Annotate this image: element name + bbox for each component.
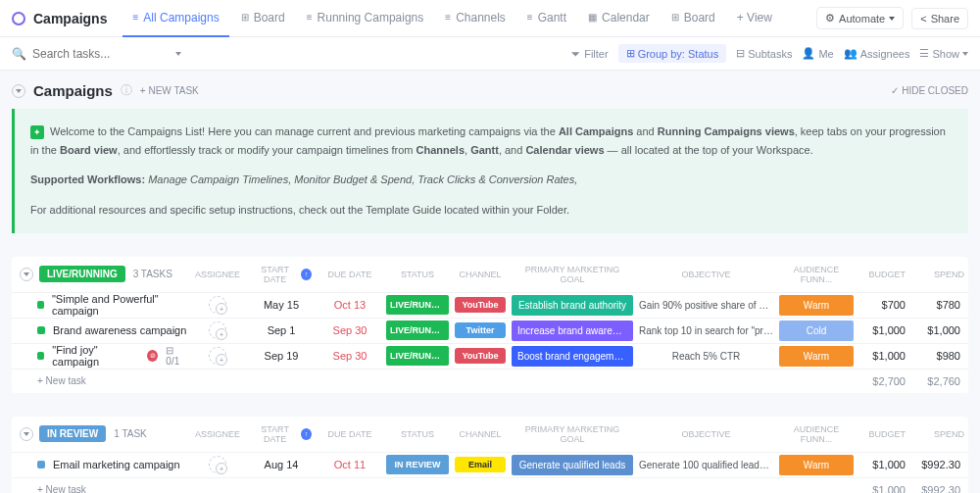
chevron-down-icon[interactable]	[175, 52, 181, 56]
col-assignee[interactable]: ASSIGNEE	[188, 429, 247, 439]
tab-running-campaigns[interactable]: ≡Running Campaigns	[297, 0, 434, 37]
start-date[interactable]: Aug 14	[247, 459, 316, 470]
status-badge[interactable]: IN REVIEW	[386, 455, 449, 474]
start-date[interactable]: May 15	[247, 299, 316, 311]
status-dot[interactable]	[37, 461, 45, 468]
tab-board[interactable]: ⊞Board	[231, 0, 295, 37]
tab-calendar[interactable]: ▦Calendar	[578, 0, 660, 37]
subtasks-button[interactable]: ⊟ Subtasks	[736, 47, 792, 60]
tab-channels[interactable]: ≡Channels	[435, 0, 515, 37]
due-date[interactable]: Sep 30	[316, 350, 384, 362]
tab-gantt[interactable]: ≡Gantt	[517, 0, 576, 37]
start-date[interactable]: Sep 19	[247, 350, 316, 362]
new-task-link[interactable]: + New task	[12, 375, 188, 386]
group-collapse-icon[interactable]	[20, 268, 33, 281]
assignee-cell[interactable]	[188, 456, 247, 473]
col-due-date[interactable]: DUE DATE	[316, 429, 384, 439]
tab--view[interactable]: + View	[727, 0, 782, 37]
task-row[interactable]: Brand awareness campaignSep 1Sep 30LIVE/…	[12, 319, 968, 344]
col-budget[interactable]: BUDGET	[856, 270, 909, 279]
col-objective[interactable]: OBJECTIVE	[635, 429, 777, 439]
due-date[interactable]: Oct 11	[316, 459, 384, 470]
budget-cell[interactable]: $1,000	[856, 459, 909, 470]
status-badge[interactable]: LIVE/RUNNI...	[386, 346, 449, 366]
col-assignee[interactable]: ASSIGNEE	[188, 270, 247, 279]
group-status-label[interactable]: LIVE/RUNNING	[39, 266, 125, 282]
assignee-cell[interactable]	[188, 296, 247, 314]
col-audience-funnel[interactable]: AUDIENCE FUNN...	[777, 265, 856, 284]
block-icon[interactable]: ⊘	[147, 350, 158, 362]
assignees-button[interactable]: 👥 Assignees	[844, 47, 910, 60]
col-audience-funnel[interactable]: AUDIENCE FUNN...	[777, 424, 856, 444]
col-status[interactable]: STATUS	[384, 429, 451, 439]
budget-cell[interactable]: $700	[856, 299, 909, 311]
status-badge[interactable]: LIVE/RUNNI...	[386, 320, 449, 340]
funnel-badge[interactable]: Warm	[779, 346, 854, 367]
col-channel[interactable]: CHANNEL	[451, 429, 510, 439]
primary-goal-badge[interactable]: Increase brand awareness	[512, 320, 633, 341]
hide-closed-button[interactable]: ✓ HIDE CLOSED	[891, 85, 968, 96]
channel-badge[interactable]: Email	[455, 457, 506, 472]
objective-cell[interactable]: Generate 100 qualified leads this m...	[635, 460, 777, 470]
status-dot[interactable]	[37, 301, 44, 309]
funnel-badge[interactable]: Warm	[779, 295, 854, 316]
add-assignee-icon[interactable]	[209, 347, 226, 365]
primary-goal-badge[interactable]: Boost brand engagement	[512, 346, 633, 367]
objective-cell[interactable]: Gain 90% positive share of voice	[635, 300, 777, 311]
col-start-date[interactable]: START DATE ↑	[247, 424, 316, 444]
col-pmg[interactable]: PRIMARY MARKETING GOAL	[510, 265, 635, 284]
new-task-button[interactable]: + NEW TASK	[140, 85, 199, 96]
col-spend[interactable]: SPEND	[909, 429, 968, 439]
col-budget[interactable]: BUDGET	[856, 429, 909, 439]
task-row[interactable]: "Find joy" campaign ⊘ ⊟ 0/1Sep 19Sep 30L…	[12, 344, 968, 370]
new-task-link[interactable]: + New task	[12, 484, 188, 493]
primary-goal-badge[interactable]: Generate qualified leads	[512, 455, 633, 475]
budget-cell[interactable]: $1,000	[856, 324, 909, 336]
spend-cell[interactable]: $980	[909, 350, 968, 362]
status-badge[interactable]: LIVE/RUNNI...	[386, 295, 449, 315]
channel-badge[interactable]: Twitter	[455, 322, 506, 338]
group-collapse-icon[interactable]	[20, 427, 33, 441]
filter-button[interactable]: ⏷ Filter	[570, 48, 608, 60]
col-due-date[interactable]: DUE DATE	[316, 270, 384, 279]
spend-cell[interactable]: $1,000	[909, 324, 968, 336]
group-by-button[interactable]: ⊞ Group by: Status	[618, 44, 727, 63]
group-status-label[interactable]: IN REVIEW	[39, 425, 106, 442]
status-dot[interactable]	[37, 326, 45, 334]
col-objective[interactable]: OBJECTIVE	[635, 270, 777, 279]
due-date[interactable]: Sep 30	[316, 324, 384, 336]
objective-cell[interactable]: Rank top 10 in search for "productiv...	[635, 325, 777, 336]
subtask-count[interactable]: ⊟ 0/1	[166, 345, 188, 367]
me-button[interactable]: 👤 Me	[802, 47, 833, 60]
search-box[interactable]: 🔍	[12, 47, 570, 61]
objective-cell[interactable]: Reach 5% CTR	[635, 351, 777, 362]
status-dot[interactable]	[37, 352, 44, 360]
add-assignee-icon[interactable]	[209, 296, 226, 314]
col-spend[interactable]: SPEND	[909, 270, 968, 279]
channel-badge[interactable]: YouTube	[455, 297, 506, 313]
search-input[interactable]	[32, 47, 130, 61]
col-pmg[interactable]: PRIMARY MARKETING GOAL	[510, 424, 635, 444]
tab-board[interactable]: ⊞Board	[662, 0, 725, 37]
automate-button[interactable]: ⚙ Automate	[816, 7, 904, 29]
share-button[interactable]: < Share	[911, 8, 968, 29]
task-row[interactable]: "Simple and Powerful" campaignMay 15Oct …	[12, 293, 968, 319]
funnel-badge[interactable]: Cold	[779, 320, 854, 341]
tab-all-campaigns[interactable]: ≡All Campaigns	[122, 0, 228, 37]
collapse-icon[interactable]	[12, 84, 25, 98]
assignee-cell[interactable]	[188, 321, 247, 339]
col-channel[interactable]: CHANNEL	[451, 270, 510, 279]
due-date[interactable]: Oct 13	[316, 299, 384, 311]
add-assignee-icon[interactable]	[209, 456, 226, 473]
budget-cell[interactable]: $1,000	[856, 350, 909, 362]
info-icon[interactable]: ⓘ	[121, 82, 132, 99]
start-date[interactable]: Sep 1	[247, 324, 316, 336]
task-row[interactable]: Email marketing campaignAug 14Oct 11IN R…	[12, 453, 968, 478]
assignee-cell[interactable]	[188, 347, 247, 365]
primary-goal-badge[interactable]: Establish brand authority	[512, 295, 633, 316]
col-start-date[interactable]: START DATE ↑	[247, 265, 316, 284]
add-assignee-icon[interactable]	[209, 321, 226, 339]
spend-cell[interactable]: $780	[909, 299, 968, 311]
show-button[interactable]: ☰ Show	[919, 47, 968, 60]
col-status[interactable]: STATUS	[384, 270, 451, 279]
